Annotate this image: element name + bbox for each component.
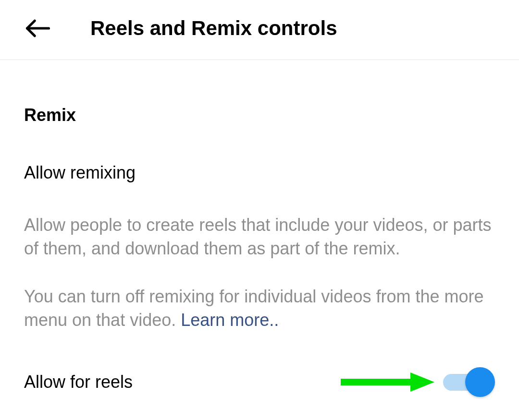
svg-marker-2 xyxy=(410,372,434,392)
content-area: Remix Allow remixing Allow people to cre… xyxy=(0,60,519,394)
setting-description-1: Allow people to create reels that includ… xyxy=(24,214,495,260)
toggle-right-group xyxy=(338,370,495,394)
page-header: Reels and Remix controls xyxy=(0,0,519,60)
page-title: Reels and Remix controls xyxy=(90,17,337,40)
allow-for-reels-toggle[interactable] xyxy=(443,371,495,393)
section-heading-remix: Remix xyxy=(24,105,495,125)
toggle-label-allow-for-reels: Allow for reels xyxy=(24,372,133,392)
setting-description-2: You can turn off remixing for individual… xyxy=(24,285,495,332)
setting-title-allow-remixing: Allow remixing xyxy=(24,163,495,183)
annotation-arrow-icon xyxy=(338,370,434,394)
back-arrow-icon[interactable] xyxy=(24,14,52,42)
toggle-row-allow-for-reels: Allow for reels xyxy=(24,370,495,394)
toggle-knob xyxy=(465,367,495,397)
learn-more-link[interactable]: Learn more.. xyxy=(181,310,279,330)
